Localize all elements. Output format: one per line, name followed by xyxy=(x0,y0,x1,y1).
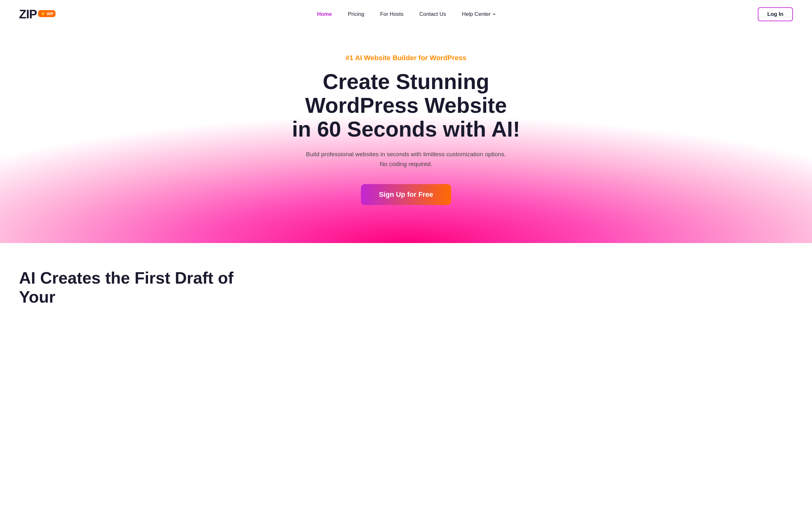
hero-subtitle-line2: No coding required. xyxy=(380,161,432,167)
nav-link-home[interactable]: Home xyxy=(317,11,332,17)
hero-tag: #1 AI Website Builder for WordPress xyxy=(13,54,799,62)
navigation: ZIP ⚡ WP Home Pricing For Hosts Contact … xyxy=(0,0,812,29)
below-hero-section: AI Creates the First Draft of Your xyxy=(0,243,812,319)
nav-item-for-hosts[interactable]: For Hosts xyxy=(380,11,403,17)
lightning-icon: ⚡ xyxy=(40,11,46,16)
hero-title-line1: Create Stunning WordPress Website xyxy=(305,69,507,117)
nav-link-for-hosts[interactable]: For Hosts xyxy=(380,11,403,17)
logo-zip-text: ZIP xyxy=(19,8,37,21)
logo-badge-text: WP xyxy=(47,11,53,16)
nav-item-contact-us[interactable]: Contact Us xyxy=(419,11,446,17)
below-hero-title: AI Creates the First Draft of Your xyxy=(19,268,241,306)
chevron-down-icon xyxy=(492,12,496,16)
login-button[interactable]: Log In xyxy=(758,7,793,21)
hero-section: #1 AI Website Builder for WordPress Crea… xyxy=(0,29,812,243)
logo-link[interactable]: ZIP ⚡ WP xyxy=(19,8,55,21)
nav-link-pricing[interactable]: Pricing xyxy=(348,11,364,17)
nav-item-home[interactable]: Home xyxy=(317,11,332,17)
nav-link-help-center[interactable]: Help Center xyxy=(462,11,496,17)
nav-item-pricing[interactable]: Pricing xyxy=(348,11,364,17)
hero-title-line2: in 60 Seconds with AI! xyxy=(292,117,520,141)
nav-links: Home Pricing For Hosts Contact Us Help C… xyxy=(317,11,496,17)
hero-subtitle-line1: Build professional websites in seconds w… xyxy=(306,151,506,158)
signup-button[interactable]: Sign Up for Free xyxy=(361,184,451,205)
nav-link-contact-us[interactable]: Contact Us xyxy=(419,11,446,17)
logo-badge: ⚡ WP xyxy=(38,10,55,17)
nav-item-help-center[interactable]: Help Center xyxy=(462,11,496,17)
hero-title: Create Stunning WordPress Website in 60 … xyxy=(263,70,549,141)
hero-subtitle: Build professional websites in seconds w… xyxy=(13,150,799,169)
